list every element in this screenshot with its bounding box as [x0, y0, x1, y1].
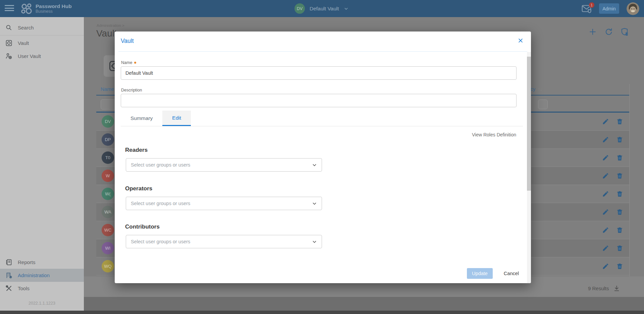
app-version: 2022.1.1.1223 — [0, 301, 84, 306]
delete-icon[interactable] — [616, 190, 623, 197]
description-input[interactable] — [121, 94, 517, 107]
notifications-button[interactable]: 1 — [582, 5, 592, 13]
hamburger-menu-icon[interactable] — [5, 5, 14, 12]
edit-icon[interactable] — [602, 154, 609, 161]
vault-avatar: W — [102, 170, 114, 182]
modal-header-divider — [118, 51, 527, 52]
sidebar: Search Vault User Vault Reports Administ… — [0, 17, 84, 314]
edit-icon[interactable] — [602, 190, 609, 197]
chevron-down-icon — [312, 163, 317, 168]
edit-icon[interactable] — [602, 172, 609, 179]
modal-tabs: Summary Edit — [121, 111, 523, 126]
delete-icon[interactable] — [616, 172, 623, 179]
description-label: Description — [121, 88, 142, 92]
edit-icon[interactable] — [602, 227, 609, 234]
privacy-filter-input[interactable] — [538, 100, 548, 109]
sidebar-item-administration[interactable]: Administration — [0, 269, 84, 282]
modal-scrollbar[interactable] — [527, 52, 531, 283]
select-placeholder: Select user groups or users — [131, 162, 190, 168]
chevron-down-icon — [312, 239, 317, 244]
sidebar-item-label: Tools — [18, 286, 30, 291]
tab-edit[interactable]: Edit — [162, 111, 191, 126]
readers-select[interactable]: Select user groups or users — [126, 158, 322, 172]
breadcrumb-separator: > — [122, 23, 124, 27]
shield-database-icon[interactable] — [621, 27, 629, 36]
edit-icon[interactable] — [602, 245, 609, 252]
user-avatar-image — [627, 2, 639, 15]
sidebar-item-user-vault[interactable]: User Vault — [0, 50, 84, 63]
vault-avatar: WI — [102, 242, 114, 254]
operators-heading: Operators — [125, 185, 152, 192]
sidebar-item-vault[interactable]: Vault — [0, 37, 84, 50]
administration-icon — [5, 272, 12, 279]
topbar: Password Hub Business DV Default Vault 1… — [0, 0, 644, 17]
modal-title: Vault — [121, 38, 134, 45]
delete-icon[interactable] — [616, 208, 623, 215]
logo-title: Password Hub — [36, 4, 72, 9]
sidebar-item-label: Reports — [18, 259, 36, 265]
sidebar-item-label: Administration — [18, 272, 50, 278]
vault-avatar: WC — [102, 224, 114, 236]
logo-subtitle: Business — [36, 9, 72, 14]
app-logo: Password Hub Business — [20, 2, 72, 15]
modal-scrollbar-thumb[interactable] — [527, 57, 531, 191]
user-avatar[interactable] — [627, 2, 639, 15]
select-placeholder: Select user groups or users — [131, 201, 190, 206]
close-icon[interactable] — [518, 38, 524, 44]
vault-switcher-label: Default Vault — [310, 6, 339, 12]
vault-avatar: WQ — [102, 260, 114, 272]
readers-heading: Readers — [125, 147, 148, 153]
breadcrumb[interactable]: Administration > — [97, 23, 124, 27]
table-toolbar — [588, 27, 629, 36]
delete-icon[interactable] — [616, 263, 623, 270]
delete-icon[interactable] — [616, 245, 623, 252]
delete-icon[interactable] — [616, 227, 623, 234]
sidebar-item-tools[interactable]: Tools — [0, 282, 84, 295]
select-placeholder: Select user groups or users — [131, 239, 190, 244]
vault-avatar: W( — [102, 188, 114, 200]
chevron-down-icon — [344, 6, 348, 11]
name-label: Name — [121, 60, 136, 65]
notification-badge: 1 — [589, 2, 594, 8]
tools-icon — [5, 285, 12, 292]
table-right-border — [629, 84, 630, 276]
admin-button[interactable]: Admin — [599, 3, 619, 14]
results-count: 9 Results — [588, 286, 609, 291]
edit-icon[interactable] — [602, 136, 609, 143]
required-indicator — [134, 62, 136, 64]
vault-avatar: T0 — [102, 151, 114, 164]
sidebar-divider — [0, 35, 84, 36]
delete-icon[interactable] — [616, 136, 623, 143]
sidebar-item-label: User Vault — [18, 53, 41, 59]
vault-switcher[interactable]: DV Default Vault — [294, 0, 348, 17]
logo-icon — [20, 2, 33, 15]
delete-icon[interactable] — [616, 154, 623, 161]
update-button[interactable]: Update — [467, 268, 493, 279]
breadcrumb-item[interactable]: Administration — [97, 23, 121, 27]
sidebar-item-search[interactable]: Search — [0, 21, 84, 34]
download-icon[interactable] — [613, 285, 620, 292]
name-input[interactable] — [121, 66, 517, 80]
edit-icon[interactable] — [602, 118, 609, 125]
refresh-icon[interactable] — [604, 27, 613, 36]
vault-avatar: DP — [102, 133, 114, 146]
contributors-heading: Contributors — [125, 224, 160, 230]
page-title: Vault — [96, 28, 117, 39]
contributors-select[interactable]: Select user groups or users — [126, 235, 322, 248]
delete-icon[interactable] — [616, 118, 623, 125]
operators-select[interactable]: Select user groups or users — [126, 197, 322, 210]
edit-icon[interactable] — [602, 263, 609, 270]
sort-icon[interactable]: ↑↓ — [538, 87, 542, 92]
tab-summary[interactable]: Summary — [121, 111, 162, 126]
vault-switcher-avatar: DV — [294, 3, 305, 14]
add-vault-icon[interactable] — [588, 27, 597, 36]
view-roles-definition-link[interactable]: View Roles Definition — [472, 132, 516, 137]
sidebar-item-reports[interactable]: Reports — [0, 256, 84, 269]
page-bottom-edge — [0, 311, 644, 314]
column-label: Name — [101, 86, 114, 92]
sidebar-item-label: Vault — [18, 40, 29, 46]
edit-icon[interactable] — [602, 208, 609, 215]
sidebar-item-label: Search — [18, 25, 34, 30]
vault-edit-modal: Vault Name Description Summary Edit View… — [115, 32, 531, 283]
cancel-button[interactable]: Cancel — [502, 270, 521, 276]
